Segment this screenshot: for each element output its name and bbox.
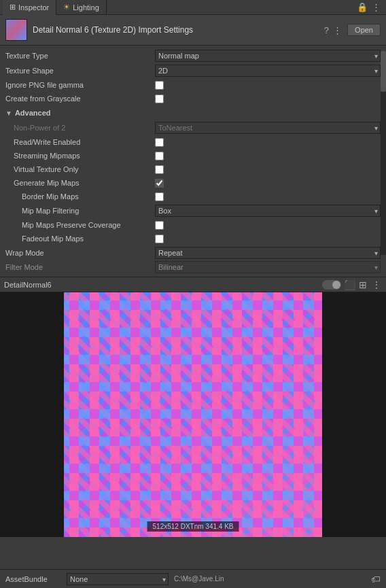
preview-color-icon[interactable]: ⬛: [344, 279, 355, 290]
preview-image-container: 512x512 DXTnm 341.4 KB: [0, 292, 386, 537]
advanced-section-header[interactable]: ▼ Advanced: [0, 105, 386, 120]
fadeout-mip-value: [155, 235, 381, 243]
tab-controls: 🔒 ⋮: [357, 2, 383, 12]
help-icon[interactable]: ?: [324, 25, 329, 35]
virtual-texture-label: Virtual Texture Only: [5, 165, 155, 173]
ignore-png-value: [155, 81, 381, 90]
generate-mip-value: [155, 179, 381, 188]
preview-section: DetailNormal6 ⬛ ⊞ ⋮: [0, 277, 386, 537]
scroll-thumb[interactable]: [381, 51, 386, 92]
mip-filter-dropdown-wrapper: Box Kaiser: [155, 205, 381, 217]
texture-shape-select[interactable]: 2D Cube: [155, 65, 381, 77]
texture-shape-dropdown-wrapper: 2D Cube: [155, 65, 381, 77]
ignore-png-label: Ignore PNG file gamma: [5, 81, 155, 89]
tab-inspector-label: Inspector: [18, 3, 49, 12]
wrap-mode-value: Repeat Clamp: [155, 247, 381, 259]
wrap-mode-row: Wrap Mode Repeat Clamp: [0, 245, 386, 260]
texture-type-dropdown-wrapper: Normal map Default Sprite: [155, 50, 381, 62]
read-write-value: [155, 138, 381, 147]
generate-mip-row: Generate Mip Maps: [0, 176, 386, 190]
filter-mode-dropdown-wrapper: Bilinear Point Trilinear: [155, 261, 381, 273]
advanced-arrow-icon: ▼: [5, 109, 12, 117]
texture-shape-label: Texture Shape: [5, 67, 155, 75]
non-power-select[interactable]: ToNearest None: [155, 122, 381, 134]
more-icon[interactable]: ⋮: [372, 2, 381, 12]
mip-filter-value: Box Kaiser: [155, 205, 381, 217]
filter-mode-row: Filter Mode Bilinear Point Trilinear: [0, 260, 386, 274]
assetbundle-right-text: C:\Ms@Jave.Lin: [174, 575, 224, 583]
mip-preserve-checkbox[interactable]: [155, 221, 164, 230]
streaming-mipmaps-value: [155, 152, 381, 160]
generate-mip-checkbox[interactable]: [155, 179, 164, 188]
preview-controls: ⬛ ⊞ ⋮: [322, 279, 382, 290]
fadeout-mip-row: Fadeout Mip Maps: [0, 232, 386, 245]
preview-more-icon[interactable]: ⋮: [371, 279, 382, 290]
streaming-mipmaps-label: Streaming Mipmaps: [5, 152, 155, 160]
asset-more-icon[interactable]: ⋮: [333, 25, 342, 35]
preview-header: DetailNormal6 ⬛ ⊞ ⋮: [0, 277, 386, 292]
lighting-icon: ☀: [63, 3, 70, 12]
texture-type-row: Texture Type Normal map Default Sprite: [0, 48, 386, 63]
assetbundle-value-wrapper: None: [67, 573, 169, 585]
non-power-value: ToNearest None: [155, 122, 381, 134]
asset-header-icons: ? ⋮: [324, 25, 342, 35]
streaming-mipmaps-row: Streaming Mipmaps: [0, 149, 386, 162]
texture-type-value: Normal map Default Sprite: [155, 50, 381, 62]
tab-lighting-label: Lighting: [73, 3, 99, 12]
texture-type-label: Texture Type: [5, 52, 155, 60]
preview-image-info: 512x512 DXTnm 341.4 KB: [147, 521, 239, 532]
create-from-grayscale-label: Create from Grayscale: [5, 94, 155, 103]
filter-mode-value: Bilinear Point Trilinear: [155, 261, 381, 273]
preview-toggle-knob: [332, 281, 340, 289]
ignore-png-checkbox[interactable]: [155, 81, 164, 90]
wrap-mode-select[interactable]: Repeat Clamp: [155, 247, 381, 259]
lock-icon[interactable]: 🔒: [357, 2, 368, 12]
wrap-mode-dropdown-wrapper: Repeat Clamp: [155, 247, 381, 259]
mip-preserve-value: [155, 221, 381, 230]
non-power-label: Non-Power of 2: [5, 124, 155, 132]
tab-bar: ⊞ Inspector ☀ Lighting 🔒 ⋮: [0, 0, 386, 15]
border-mip-checkbox[interactable]: [155, 192, 164, 201]
create-from-grayscale-value: [155, 94, 381, 103]
svg-rect-5: [64, 292, 322, 537]
fadeout-mip-checkbox[interactable]: [155, 235, 164, 243]
read-write-checkbox[interactable]: [155, 138, 164, 147]
texture-shape-value: 2D Cube: [155, 65, 381, 77]
tab-inspector[interactable]: ⊞ Inspector: [3, 0, 56, 15]
mip-filter-row: Mip Map Filtering Box Kaiser: [0, 203, 386, 218]
assetbundle-label: AssetBundle: [5, 575, 67, 583]
open-button[interactable]: Open: [347, 24, 381, 36]
create-from-grayscale-checkbox[interactable]: [155, 94, 164, 103]
non-power-dropdown-wrapper: ToNearest None: [155, 122, 381, 134]
texture-shape-row: Texture Shape 2D Cube: [0, 63, 386, 78]
ignore-png-row: Ignore PNG file gamma: [0, 78, 386, 92]
tab-lighting[interactable]: ☀ Lighting: [56, 0, 107, 15]
virtual-texture-value: [155, 165, 381, 174]
scroll-indicator[interactable]: [381, 51, 386, 255]
asset-thumbnail: [5, 19, 27, 41]
advanced-section-label: Advanced: [15, 109, 51, 117]
preview-grid-icon[interactable]: ⊞: [357, 279, 368, 290]
asset-header: Detail Normal 6 (Texture 2D) Import Sett…: [0, 15, 386, 46]
preview-image: [64, 292, 322, 537]
border-mip-value: [155, 192, 381, 201]
preview-toggle[interactable]: [322, 280, 341, 290]
streaming-mipmaps-checkbox[interactable]: [155, 152, 164, 160]
non-power-row: Non-Power of 2 ToNearest None: [0, 120, 386, 135]
border-mip-row: Border Mip Maps: [0, 190, 386, 203]
assetbundle-select[interactable]: None: [67, 573, 169, 585]
border-mip-label: Border Mip Maps: [5, 192, 155, 201]
read-write-label: Read/Write Enabled: [5, 138, 155, 146]
read-write-row: Read/Write Enabled: [0, 135, 386, 149]
mip-filter-label: Mip Map Filtering: [5, 207, 155, 215]
asset-title: Detail Normal 6 (Texture 2D) Import Sett…: [33, 25, 319, 35]
filter-mode-label: Filter Mode: [5, 263, 155, 271]
mip-filter-select[interactable]: Box Kaiser: [155, 205, 381, 217]
virtual-texture-checkbox[interactable]: [155, 165, 164, 174]
texture-type-select[interactable]: Normal map Default Sprite: [155, 50, 381, 62]
filter-mode-select[interactable]: Bilinear Point Trilinear: [155, 261, 381, 273]
tag-icon[interactable]: 🏷: [371, 574, 381, 585]
settings-panel: Texture Type Normal map Default Sprite T…: [0, 46, 386, 277]
fadeout-mip-label: Fadeout Mip Maps: [5, 235, 155, 243]
mip-preserve-row: Mip Maps Preserve Coverage: [0, 218, 386, 232]
